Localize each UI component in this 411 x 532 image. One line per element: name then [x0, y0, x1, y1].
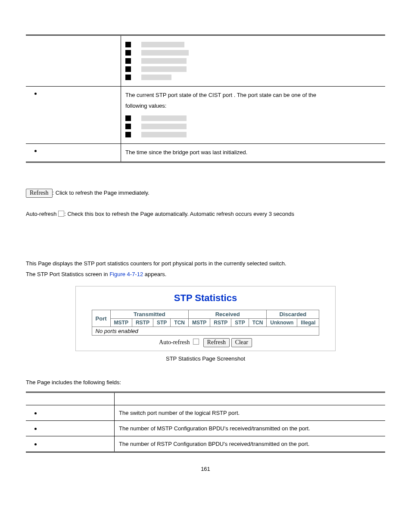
- col-discarded: Discarded: [267, 310, 319, 319]
- square-icon: [125, 75, 131, 80]
- autorefresh-label: Auto-refresh: [26, 211, 58, 217]
- autorefresh-checkbox[interactable]: [58, 211, 64, 217]
- square-icon: [125, 124, 131, 129]
- square-icon: [125, 50, 131, 56]
- figure-caption: STP Statistics Page Screenshot: [26, 355, 385, 362]
- square-icon: [125, 132, 131, 137]
- sub-stp: STP: [231, 319, 249, 327]
- page-number: 161: [26, 466, 385, 472]
- col-received: Received: [188, 310, 266, 319]
- sub-mstp: MSTP: [188, 319, 210, 327]
- square-icon: [125, 42, 131, 47]
- refresh-desc: : Click to refresh the Page immediately.: [53, 190, 149, 196]
- field-port-desc: The switch port number of the logical RS…: [115, 405, 386, 421]
- field-rstp-desc: The number of RSTP Configuration BPDU's …: [115, 436, 386, 452]
- sub-rstp: RSTP: [132, 319, 153, 327]
- square-icon: [125, 115, 131, 121]
- desc-text: The current STP port state of the CIST p…: [125, 90, 381, 101]
- bullet-icon: [34, 150, 37, 152]
- autorefresh-desc: : Check this box to refresh the Page aut…: [64, 211, 294, 217]
- field-mstp-desc: The number of MSTP Configuration BPDU's …: [115, 421, 386, 436]
- intro-line1: This Page displays the STP port statisti…: [26, 260, 385, 267]
- figure-title: STP Statistics: [78, 292, 333, 304]
- fields-table: The switch port number of the logical RS…: [26, 392, 385, 453]
- bullet-icon: [34, 412, 37, 414]
- param-table-continued: The current STP port state of the CIST p…: [26, 34, 385, 163]
- bullet-icon: [34, 443, 37, 445]
- fig-clear-button[interactable]: Clear: [231, 338, 252, 347]
- square-icon: [125, 66, 131, 72]
- desc-text: following values:: [125, 101, 381, 112]
- sub-tcn: TCN: [171, 319, 189, 327]
- sub-mstp: MSTP: [110, 319, 132, 327]
- square-icon: [125, 58, 131, 64]
- fig-autorefresh-label: Auto-refresh: [159, 339, 190, 345]
- sub-rstp: RSTP: [210, 319, 231, 327]
- bullet-icon: [34, 93, 37, 95]
- stp-statistics-figure: STP Statistics Port Transmitted Received…: [75, 286, 336, 351]
- col-port: Port: [92, 310, 110, 327]
- desc-text: The time since the bridge port was last …: [121, 144, 386, 162]
- intro-line2a: The STP Port Statistics screen in: [26, 271, 109, 277]
- fields-intro: The Page includes the following fields:: [26, 379, 385, 386]
- bullet-icon: [34, 428, 37, 430]
- sub-illegal: Illegal: [297, 319, 319, 327]
- col-transmitted: Transmitted: [110, 310, 188, 319]
- no-ports-row: No ports enabled: [92, 327, 319, 336]
- sub-stp: STP: [153, 319, 170, 327]
- fig-refresh-button[interactable]: Refresh: [203, 338, 230, 347]
- intro-line2b: appears.: [143, 271, 166, 277]
- figure-link[interactable]: Figure 4-7-12: [109, 271, 143, 277]
- sub-unknown: Unknown: [267, 319, 297, 327]
- fig-autorefresh-checkbox[interactable]: [193, 339, 199, 345]
- stp-statistics-table: Port Transmitted Received Discarded MSTP…: [92, 310, 320, 336]
- sub-tcn: TCN: [249, 319, 267, 327]
- refresh-button[interactable]: Refresh: [26, 189, 53, 198]
